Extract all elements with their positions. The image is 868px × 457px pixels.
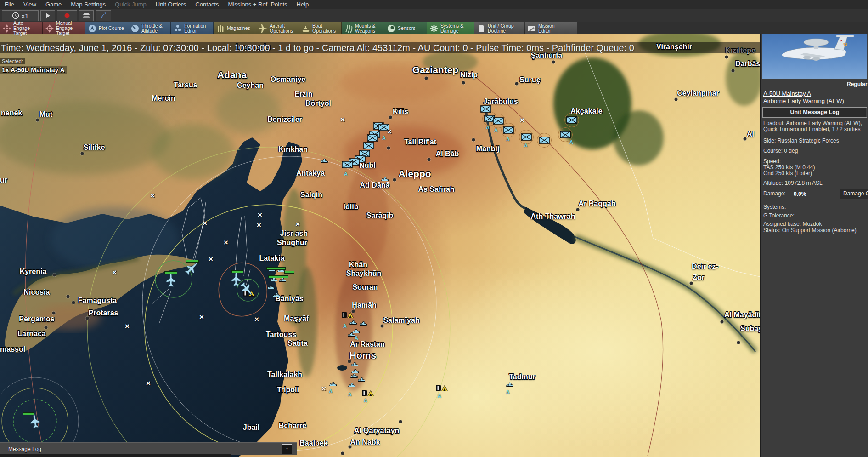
map-label-jbail: Jbail (243, 423, 259, 432)
reference-point-mark[interactable]: × (146, 381, 151, 386)
infantry-unit-icon[interactable] (539, 137, 550, 144)
mission-editor-button[interactable]: MissionEditor (525, 22, 577, 34)
menu-item-game[interactable]: Game (41, 0, 66, 9)
menu-item-unit-orders[interactable]: Unit Orders (151, 0, 191, 9)
reference-point-mark[interactable]: × (112, 270, 117, 275)
infantry-unit-icon[interactable] (480, 105, 491, 113)
sam-site-icon[interactable] (358, 377, 366, 382)
infantry-unit-icon[interactable] (503, 126, 514, 134)
damage-control-button[interactable]: Damage Control (840, 189, 868, 199)
sam-site-icon[interactable] (350, 373, 358, 378)
city-dot-darb-s (732, 69, 735, 73)
reference-point-mark[interactable]: × (340, 118, 345, 122)
sensors-button[interactable]: Sensors (384, 22, 427, 34)
menu-item-help[interactable]: Help (292, 0, 314, 9)
unit-group-doctrine-button[interactable]: Unit / GroupDoctrine (474, 22, 525, 34)
infantry-unit-icon[interactable] (560, 131, 571, 138)
map-label-kh-n: Khān (349, 261, 367, 269)
sam-site-icon[interactable] (381, 177, 389, 182)
contact-annotation: A (343, 323, 347, 329)
infantry-unit-icon[interactable] (367, 134, 378, 142)
aircraft-operations-button[interactable]: AircraftOperations (256, 22, 299, 34)
menu-bar: FileViewGameMap SettingsQuick JumpUnit O… (0, 0, 868, 9)
map-viewport[interactable]: Time: Wednesday, June 1, 2016 - Zulu: 07… (0, 34, 760, 457)
run-button[interactable] (40, 10, 55, 21)
reference-point-mark[interactable]: × (257, 223, 261, 228)
sam-site-icon[interactable] (273, 292, 281, 297)
sam-site-icon[interactable] (506, 382, 514, 387)
auto-engage-target-button[interactable]: Auto EngageTarget (0, 22, 43, 34)
infantry-unit-icon[interactable] (566, 116, 577, 124)
magazines-button[interactable]: Magazines (214, 22, 256, 34)
plot-course-button[interactable]: Plot Course (85, 22, 128, 34)
sam-site-icon[interactable] (360, 321, 367, 326)
airbase-icon[interactable] (436, 385, 448, 392)
expand-message-log-button[interactable]: ↑ (282, 444, 292, 454)
unit-health-bar (268, 275, 288, 278)
play-icon (45, 12, 51, 19)
sam-site-icon[interactable] (321, 158, 328, 163)
manual-engage-target-button[interactable]: ManualEngage Target (43, 22, 85, 34)
map-label-jisr-ash: Jisr ash (280, 229, 308, 238)
reference-point-mark[interactable]: × (224, 240, 228, 245)
sam-site-icon[interactable] (351, 362, 359, 367)
jump-pointer-button[interactable] (96, 10, 111, 21)
systems-damage-button[interactable]: Systems &Damage (427, 22, 474, 34)
ribbon-button-label: Sensors (398, 26, 416, 31)
throttle-altitude-button[interactable]: Throttle &Altitude (128, 22, 171, 34)
boat-operations-button[interactable]: BoatOperations (299, 22, 342, 34)
reference-point-mark[interactable]: × (199, 315, 204, 320)
contact-annotation: A (438, 393, 441, 399)
airbase-icon[interactable] (342, 312, 354, 319)
claw-icon (344, 24, 353, 33)
formation-editor-button[interactable]: FormationEditor (171, 22, 214, 34)
unit-message-log-button[interactable]: Unit Message Log (762, 107, 867, 118)
reference-point-mark[interactable]: × (258, 213, 262, 217)
time-compression-button[interactable]: x1 (2, 10, 39, 21)
sam-site-icon[interactable] (348, 332, 355, 337)
map-label-manbij: Manbij (476, 145, 500, 153)
map-label-ceylanp-nar: Ceylanpınar (677, 89, 719, 97)
infantry-unit-icon[interactable] (493, 117, 504, 125)
sam-site-icon[interactable] (348, 383, 356, 388)
message-log-bar[interactable]: Message Log ↑ (0, 442, 297, 455)
infantry-unit-icon[interactable] (378, 124, 389, 131)
menu-item-view[interactable]: View (19, 0, 41, 9)
map-label-nenek: nenek (1, 109, 22, 117)
map-label-as-safirah: As Safirah (418, 185, 454, 194)
map-label-d-rtyol: Dörtyol (305, 99, 331, 108)
mounts-weapons-button[interactable]: Mounts &Weapons (342, 22, 384, 34)
ribbon-button-label: Magazines (227, 26, 250, 31)
reference-point-mark[interactable]: × (203, 221, 207, 226)
map-label-baalbek: Baalbek (299, 439, 327, 447)
reference-point-mark[interactable]: × (295, 222, 300, 227)
unit-type-link[interactable]: A-50U Mainstay A (763, 90, 811, 97)
infantry-unit-icon[interactable] (521, 133, 532, 141)
city-dot-al-b-b (428, 158, 431, 161)
infantry-unit-icon[interactable] (342, 161, 353, 168)
record-button[interactable] (57, 10, 77, 21)
menu-item-contacts[interactable]: Contacts (191, 0, 223, 9)
city-dot-ceylanp-nar (675, 98, 678, 101)
map-label-idlib: Idlib (344, 203, 359, 211)
map-label-ar-raqqah: Ar Raqqah (579, 200, 616, 208)
gauge-icon (130, 24, 140, 33)
reference-point-mark[interactable]: × (125, 324, 130, 329)
reference-point-mark[interactable]: × (254, 317, 259, 322)
airbase-icon[interactable] (362, 390, 374, 397)
menu-item-file[interactable]: File (0, 0, 19, 9)
menu-item-map-settings[interactable]: Map Settings (66, 0, 110, 9)
reference-point-mark[interactable]: × (150, 194, 155, 198)
reference-point-mark[interactable]: × (209, 257, 213, 262)
menu-item-missions-ref-points[interactable]: Missions + Ref. Points (224, 0, 292, 9)
ribbon-button-label: AircraftOperations (270, 23, 293, 34)
sam-site-icon[interactable] (329, 382, 337, 387)
clock-icon (12, 12, 19, 19)
infantry-unit-icon[interactable] (363, 142, 374, 149)
map-layers-button[interactable] (79, 10, 94, 21)
sam-site-icon[interactable] (349, 320, 357, 325)
sam-site-icon[interactable] (267, 285, 275, 290)
reference-point-mark[interactable]: × (520, 118, 524, 123)
reference-point-mark[interactable]: × (321, 387, 326, 391)
city-dot-mut (36, 119, 39, 122)
